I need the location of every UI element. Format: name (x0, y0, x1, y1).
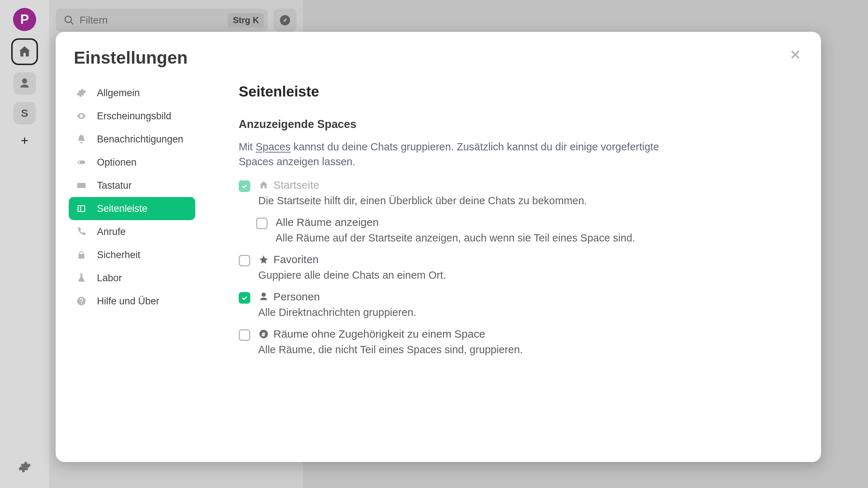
option-help: Die Startseite hilft dir, einen Überblic… (258, 195, 803, 207)
bell-icon (76, 134, 87, 145)
nav-options[interactable]: Optionen (69, 151, 195, 174)
option-label: Räume ohne Zugehörigkeit zu einem Space (273, 328, 485, 340)
nav-label: Optionen (97, 157, 137, 168)
section-description: Mit Spaces kannst du deine Chats gruppie… (239, 140, 687, 169)
option-help: Alle Räume auf der Startseite anzeigen, … (276, 232, 803, 244)
dialog-title: Einstellungen (74, 48, 188, 68)
dialog-header: Einstellungen (74, 48, 803, 68)
eye-icon (76, 111, 87, 121)
settings-nav: Allgemein Erscheinungsbild Benachrichtig… (69, 81, 195, 356)
sidebar-icon (76, 203, 87, 214)
nav-about[interactable]: Hilfe und Über (69, 290, 195, 313)
option-help: Guppiere alle deine Chats an einem Ort. (258, 269, 803, 281)
option-label: Personen (273, 291, 320, 303)
toggle-icon (76, 157, 87, 168)
option-label: Startseite (273, 179, 319, 191)
nav-keyboard[interactable]: Tastatur (69, 174, 195, 197)
nav-security[interactable]: Sicherheit (69, 243, 195, 266)
settings-panel: Seitenleiste Anzuzeigende Spaces Mit Spa… (195, 81, 803, 356)
keyboard-icon (76, 180, 87, 191)
close-icon (789, 48, 801, 61)
nav-appearance[interactable]: Erscheinungsbild (69, 104, 195, 128)
options-list: Startseite Die Startseite hilft dir, ein… (239, 179, 803, 356)
panel-title: Seitenleiste (239, 81, 803, 100)
checkbox-people[interactable] (239, 292, 250, 304)
nav-label: Labor (97, 273, 122, 284)
option-people: Personen Alle Direktnachrichten gruppier… (239, 291, 803, 318)
nav-sidebar[interactable]: Seitenleiste (69, 197, 195, 220)
nav-label: Hilfe und Über (97, 296, 159, 307)
nav-label: Sicherheit (97, 249, 140, 261)
checkbox-orphan-rooms[interactable] (239, 329, 250, 341)
nav-label: Anrufe (97, 226, 126, 237)
nav-label: Benachrichtigungen (97, 134, 183, 145)
person-icon (258, 291, 269, 302)
nav-notifications[interactable]: Benachrichtigungen (69, 128, 195, 151)
option-help: Alle Räume, die nicht Teil eines Spaces … (258, 344, 803, 356)
help-icon (76, 296, 87, 307)
lock-icon (76, 249, 87, 260)
nav-label: Allgemein (97, 87, 140, 99)
gear-icon (76, 87, 87, 98)
spaces-link[interactable]: Spaces (256, 141, 291, 153)
checkbox-all-rooms[interactable] (256, 218, 268, 229)
option-home: Startseite Die Startseite hilft dir, ein… (239, 179, 803, 207)
option-help: Alle Direktnachrichten gruppieren. (258, 307, 803, 318)
option-label: Favoriten (273, 253, 319, 266)
option-favorites: Favoriten Guppiere alle deine Chats an e… (239, 253, 803, 281)
close-button[interactable] (788, 47, 803, 64)
settings-dialog: Einstellungen Allgemein Erscheinungsbild… (56, 32, 821, 462)
checkbox-home (239, 180, 250, 192)
nav-label: Erscheinungsbild (97, 111, 171, 122)
option-all-rooms: Alle Räume anzeigen Alle Räume auf der S… (239, 216, 803, 244)
nav-calls[interactable]: Anrufe (69, 220, 195, 243)
section-title: Anzuzeigende Spaces (239, 118, 803, 131)
phone-icon (76, 226, 87, 237)
home-icon (258, 180, 269, 191)
nav-general[interactable]: Allgemein (69, 81, 195, 104)
flask-icon (76, 273, 87, 283)
hash-icon (258, 329, 269, 339)
nav-label: Seitenleiste (97, 203, 148, 214)
checkbox-favorites[interactable] (239, 255, 250, 266)
option-label: Alle Räume anzeigen (276, 216, 379, 228)
option-orphan-rooms: Räume ohne Zugehörigkeit zu einem Space … (239, 328, 803, 356)
nav-labs[interactable]: Labor (69, 266, 195, 290)
star-icon (258, 254, 269, 265)
nav-label: Tastatur (97, 180, 132, 191)
